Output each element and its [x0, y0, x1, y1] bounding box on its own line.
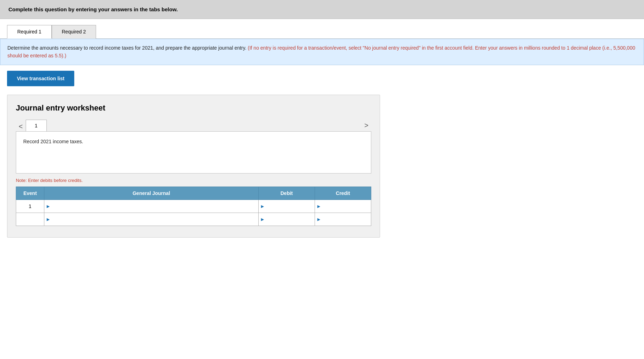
- instruction-text: Complete this question by entering your …: [8, 6, 178, 12]
- debit-input-2[interactable]: [266, 213, 315, 226]
- journal-table: Event General Journal Debit Credit 1 ►: [16, 187, 371, 226]
- description-box: Determine the amounts necessary to recor…: [0, 39, 644, 65]
- next-nav-arrow[interactable]: >: [361, 120, 371, 131]
- event-cell-2: [16, 213, 44, 226]
- nav-row: < 1 >: [16, 120, 371, 131]
- tab-number: 1: [26, 120, 47, 131]
- worksheet-container: Journal entry worksheet < 1 > Record 202…: [7, 95, 380, 238]
- event-cell-1: 1: [16, 200, 44, 213]
- view-transaction-button[interactable]: View transaction list: [7, 71, 74, 86]
- debit-cell-2[interactable]: ►: [259, 213, 315, 226]
- credit-cell-2[interactable]: ►: [315, 213, 371, 226]
- general-journal-input-2[interactable]: [52, 213, 258, 226]
- debit-cell-1[interactable]: ►: [259, 200, 315, 213]
- general-journal-cell-2[interactable]: ►: [44, 213, 259, 226]
- worksheet-title: Journal entry worksheet: [16, 103, 371, 113]
- record-description-box: Record 2021 income taxes.: [16, 131, 371, 174]
- credit-cell-1[interactable]: ►: [315, 200, 371, 213]
- debit-input-1[interactable]: [266, 200, 315, 213]
- note-text: Note: Enter debits before credits.: [16, 178, 371, 183]
- col-header-credit: Credit: [315, 187, 371, 200]
- tab-required2[interactable]: Required 2: [52, 25, 96, 39]
- credit-input-2[interactable]: [323, 213, 371, 226]
- arrow-indicator-journal-2: ►: [44, 216, 52, 222]
- col-header-event: Event: [16, 187, 44, 200]
- general-journal-cell-1[interactable]: ►: [44, 200, 259, 213]
- col-header-journal: General Journal: [44, 187, 259, 200]
- arrow-indicator-credit-2: ►: [315, 216, 323, 222]
- col-header-debit: Debit: [259, 187, 315, 200]
- general-journal-input-1[interactable]: [52, 200, 258, 213]
- instruction-bar: Complete this question by entering your …: [0, 0, 644, 19]
- table-row: 1 ► ► ►: [16, 200, 371, 213]
- prev-nav-arrow[interactable]: <: [16, 121, 26, 131]
- arrow-indicator-credit-1: ►: [315, 203, 323, 209]
- table-row: ► ► ►: [16, 213, 371, 226]
- description-main: Determine the amounts necessary to recor…: [7, 45, 246, 51]
- arrow-indicator-debit-2: ►: [259, 216, 266, 222]
- arrow-indicator-journal-1: ►: [44, 203, 52, 209]
- credit-input-1[interactable]: [323, 200, 371, 213]
- nav-left: < 1: [16, 120, 47, 131]
- tab-required1[interactable]: Required 1: [7, 25, 52, 39]
- tabs-container: Required 1 Required 2: [0, 19, 644, 39]
- record-description-text: Record 2021 income taxes.: [23, 139, 83, 144]
- arrow-indicator-debit-1: ►: [259, 203, 266, 209]
